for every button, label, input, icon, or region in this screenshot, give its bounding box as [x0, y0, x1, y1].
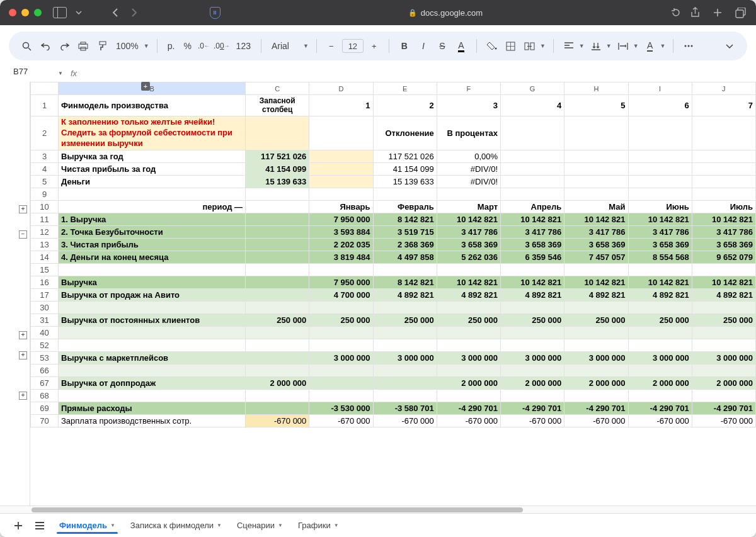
- cell[interactable]: 2 000 000: [246, 376, 309, 389]
- cell[interactable]: -670 000: [373, 414, 437, 427]
- cell[interactable]: 4 892 821: [628, 288, 692, 301]
- cell[interactable]: -3 580 701: [373, 402, 437, 414]
- cell[interactable]: 3 658 369: [628, 238, 692, 251]
- cell[interactable]: [309, 263, 373, 276]
- cell[interactable]: [246, 351, 309, 364]
- halign-dropdown-icon[interactable]: ▼: [579, 43, 585, 49]
- row-header-12[interactable]: 12: [31, 225, 59, 238]
- row-header-11[interactable]: 11: [31, 213, 59, 225]
- cell[interactable]: 5 262 036: [437, 251, 500, 263]
- cell[interactable]: 4 892 821: [373, 288, 437, 301]
- cell[interactable]: -670 000: [692, 414, 755, 427]
- cell[interactable]: Финмодель производства: [59, 95, 246, 116]
- row-header-17[interactable]: 17: [31, 288, 59, 301]
- cell[interactable]: [309, 389, 373, 402]
- cell[interactable]: 3 000 000: [564, 351, 628, 364]
- tab-dropdown-icon[interactable]: ▼: [334, 523, 339, 528]
- cell[interactable]: [373, 364, 437, 376]
- cell[interactable]: 5: [564, 95, 628, 116]
- cell[interactable]: [246, 339, 309, 351]
- row-header-40[interactable]: 40: [31, 326, 59, 339]
- cell[interactable]: Январь: [309, 200, 373, 213]
- cell[interactable]: Деньги: [59, 175, 246, 188]
- column-header-B[interactable]: B: [59, 82, 246, 95]
- cell[interactable]: [501, 364, 564, 376]
- cell[interactable]: [564, 339, 628, 351]
- cell[interactable]: 3 658 369: [437, 238, 500, 251]
- maximize-window-button[interactable]: [34, 9, 42, 16]
- cell[interactable]: Июль: [692, 200, 755, 213]
- cell[interactable]: 250 000: [309, 314, 373, 326]
- cell[interactable]: [309, 301, 373, 314]
- cell[interactable]: 250 000: [246, 314, 309, 326]
- cell[interactable]: 41 154 099: [373, 162, 437, 175]
- cell[interactable]: Отклонение: [373, 116, 437, 150]
- cell[interactable]: Прямые расходы: [59, 402, 246, 414]
- horizontal-scrollbar[interactable]: [0, 506, 756, 513]
- cell[interactable]: [246, 276, 309, 288]
- cell[interactable]: 10 142 821: [628, 213, 692, 225]
- sheet-tab[interactable]: Графики▼: [290, 517, 346, 534]
- cell[interactable]: Июнь: [628, 200, 692, 213]
- cell[interactable]: [437, 326, 500, 339]
- borders-button[interactable]: [503, 38, 518, 54]
- cell[interactable]: 4 892 821: [437, 288, 500, 301]
- currency-button[interactable]: р.: [165, 41, 178, 51]
- cell[interactable]: Выручка от доппродаж: [59, 376, 246, 389]
- tabs-dropdown-button[interactable]: [72, 6, 86, 20]
- cell[interactable]: [309, 175, 373, 188]
- cell[interactable]: [59, 263, 246, 276]
- strikethrough-button[interactable]: S: [435, 38, 450, 54]
- row-group-toggle[interactable]: +: [19, 331, 27, 339]
- valign-button[interactable]: [588, 38, 604, 54]
- cell[interactable]: 10 142 821: [692, 213, 755, 225]
- text-color-button[interactable]: A: [454, 38, 469, 54]
- cell[interactable]: 3 000 000: [437, 351, 500, 364]
- cell[interactable]: 3 000 000: [309, 351, 373, 364]
- row-header-5[interactable]: 5: [31, 175, 59, 188]
- cell[interactable]: -670 000: [628, 414, 692, 427]
- cell[interactable]: [246, 225, 309, 238]
- cell[interactable]: 8 142 821: [373, 213, 437, 225]
- cell[interactable]: Выручка от продаж на Авито: [59, 288, 246, 301]
- add-sheet-button[interactable]: [9, 516, 28, 535]
- cell[interactable]: 4: [501, 95, 564, 116]
- cell[interactable]: 2 000 000: [437, 376, 500, 389]
- cell[interactable]: [564, 364, 628, 376]
- row-header-3[interactable]: 3: [31, 150, 59, 162]
- paintformat-button[interactable]: [94, 38, 110, 54]
- font-family-select[interactable]: Arial: [269, 41, 301, 51]
- cell[interactable]: 2 000 000: [628, 376, 692, 389]
- cell[interactable]: Запасной столбец: [246, 95, 309, 116]
- cell[interactable]: [246, 213, 309, 225]
- more-toolbar-icon[interactable]: [681, 38, 696, 54]
- sidebar-toggle-button[interactable]: [53, 6, 67, 20]
- formula-bar[interactable]: [84, 69, 756, 78]
- cell[interactable]: [501, 162, 564, 175]
- cell[interactable]: [373, 301, 437, 314]
- cell[interactable]: [437, 364, 500, 376]
- cell[interactable]: [246, 301, 309, 314]
- cell[interactable]: 3 819 484: [309, 251, 373, 263]
- cell[interactable]: 10 142 821: [501, 213, 564, 225]
- cell[interactable]: 7 457 057: [564, 251, 628, 263]
- valign-dropdown-icon[interactable]: ▼: [606, 43, 612, 49]
- name-box[interactable]: B77: [13, 66, 50, 80]
- cell[interactable]: 3 417 786: [437, 225, 500, 238]
- column-header-J[interactable]: J: [692, 82, 755, 95]
- cell[interactable]: 250 000: [628, 314, 692, 326]
- cell[interactable]: 10 142 821: [437, 213, 500, 225]
- cell[interactable]: 3 658 369: [692, 238, 755, 251]
- cell[interactable]: 1: [309, 95, 373, 116]
- cell[interactable]: 250 000: [564, 314, 628, 326]
- percent-button[interactable]: %: [181, 41, 193, 51]
- cell[interactable]: 2 000 000: [501, 376, 564, 389]
- cell[interactable]: [373, 389, 437, 402]
- cell[interactable]: [437, 188, 500, 200]
- cell[interactable]: [373, 376, 437, 389]
- cell[interactable]: [628, 326, 692, 339]
- bold-button[interactable]: B: [397, 38, 412, 54]
- cell[interactable]: Выручка с маркетплейсов: [59, 351, 246, 364]
- rotate-dropdown-icon[interactable]: ▼: [660, 43, 666, 49]
- font-size-input[interactable]: 12: [342, 39, 364, 53]
